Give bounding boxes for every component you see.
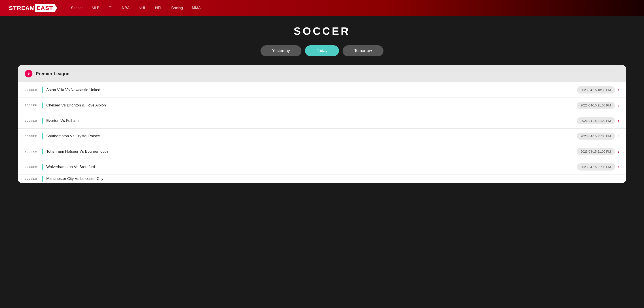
match-divider (42, 176, 43, 182)
premier-league-icon: ♛ (24, 70, 33, 78)
tab-yesterday[interactable]: Yesterday (260, 45, 302, 56)
page-title: SOCCER (18, 25, 626, 37)
match-time-badge: 2023-04-15 21:00 PM (577, 163, 615, 170)
match-chevron-icon: › (618, 88, 620, 92)
match-divider (42, 87, 43, 93)
match-row[interactable]: SOCCER Southampton Vs Crystal Palace 202… (18, 128, 626, 144)
match-sport-label: SOCCER (24, 89, 39, 91)
league-name: Premier League (36, 71, 69, 76)
logo[interactable]: STREAMEAST (9, 4, 58, 12)
match-chevron-icon: › (618, 134, 620, 139)
nav-nfl[interactable]: NFL (155, 6, 162, 10)
match-time-badge: 2023-04-15 21:00 PM (577, 117, 615, 124)
match-chevron-icon: › (618, 119, 620, 123)
match-sport-label: SOCCER (24, 177, 39, 180)
match-chevron-icon: › (618, 149, 620, 154)
nav-mlb[interactable]: MLB (92, 6, 100, 10)
main-content: SOCCER Yesterday Today Tomorrow ♛ Premie… (0, 16, 644, 192)
match-row[interactable]: SOCCER Chelsea Vs Brighton & Hove Albion… (18, 98, 626, 113)
match-divider (42, 133, 43, 139)
match-name: Everton Vs Fulham (46, 119, 577, 123)
tab-tomorrow[interactable]: Tomorrow (342, 45, 384, 56)
logo-chevron-icon (54, 4, 58, 12)
match-time-badge: 2023-04-15 21:00 PM (577, 102, 615, 109)
tab-today[interactable]: Today (305, 45, 339, 56)
match-chevron-icon: › (618, 165, 620, 169)
match-divider (42, 149, 43, 154)
svg-text:♛: ♛ (27, 72, 30, 75)
nav-f1[interactable]: F1 (108, 6, 113, 10)
logo-east: EAST (35, 4, 54, 12)
main-nav: Soccer MLB F1 NBA NHL NFL Boxing MMA (71, 6, 201, 10)
match-sport-label: SOCCER (24, 104, 39, 107)
match-row[interactable]: SOCCER Manchester City Vs Leicester City (18, 174, 626, 183)
date-tabs: Yesterday Today Tomorrow (18, 45, 626, 56)
match-row[interactable]: SOCCER Everton Vs Fulham 2023-04-15 21:0… (18, 113, 626, 128)
match-name: Aston Villa Vs Newcastle United (46, 88, 577, 92)
match-name: Manchester City Vs Leicester City (46, 176, 620, 181)
nav-nba[interactable]: NBA (122, 6, 130, 10)
nav-soccer[interactable]: Soccer (71, 6, 83, 10)
match-sport-label: SOCCER (24, 150, 39, 153)
match-time-badge: 2023-04-15 21:00 PM (577, 148, 615, 155)
match-sport-label: SOCCER (24, 165, 39, 168)
header: STREAMEAST Soccer MLB F1 NBA NHL NFL Box… (0, 0, 644, 16)
match-name: Tottenham Hotspur Vs Bournemouth (46, 149, 577, 154)
match-name: Wolverhampton Vs Brentford (46, 165, 577, 169)
match-row[interactable]: SOCCER Wolverhampton Vs Brentford 2023-0… (18, 159, 626, 174)
match-time-badge: 2023-04-15 21:00 PM (577, 133, 615, 140)
match-sport-label: SOCCER (24, 135, 39, 138)
match-row[interactable]: SOCCER Aston Villa Vs Newcastle United 2… (18, 82, 626, 98)
nav-nhl[interactable]: NHL (139, 6, 146, 10)
match-divider (42, 118, 43, 124)
match-name: Chelsea Vs Brighton & Hove Albion (46, 103, 577, 108)
match-name: Southampton Vs Crystal Palace (46, 134, 577, 138)
match-chevron-icon: › (618, 103, 620, 108)
match-divider (42, 164, 43, 170)
nav-mma[interactable]: MMA (192, 6, 201, 10)
matches-card: ♛ Premier League SOCCER Aston Villa Vs N… (18, 65, 626, 183)
match-time-badge: 2023-04-15 18:30 PM (577, 86, 615, 94)
logo-stream: STREAM (9, 5, 35, 11)
match-row[interactable]: SOCCER Tottenham Hotspur Vs Bournemouth … (18, 144, 626, 159)
match-sport-label: SOCCER (24, 119, 39, 122)
nav-boxing[interactable]: Boxing (171, 6, 183, 10)
league-header-premier-league: ♛ Premier League (18, 65, 626, 82)
match-divider (42, 102, 43, 108)
